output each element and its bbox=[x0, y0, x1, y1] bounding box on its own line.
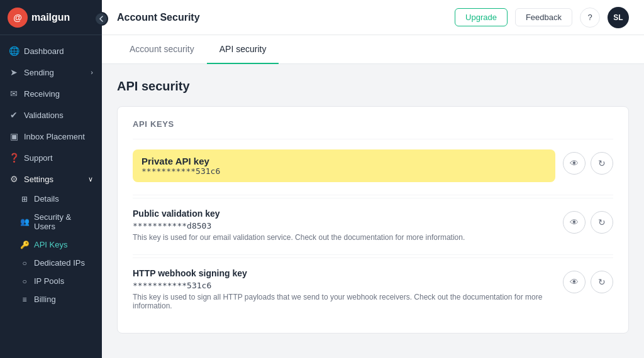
dashboard-icon: 🌐 bbox=[9, 46, 19, 56]
refresh-icon: ↻ bbox=[598, 158, 606, 168]
sending-icon: ➤ bbox=[9, 67, 19, 77]
sidebar-item-settings[interactable]: ⚙ Settings ∨ bbox=[0, 168, 102, 190]
eye-icon-2: 👁 bbox=[570, 217, 579, 227]
avatar[interactable]: SL bbox=[608, 7, 629, 28]
inbox-placement-icon: ▣ bbox=[9, 131, 19, 141]
private-key-value: ***********531c6 bbox=[142, 166, 547, 176]
page-content: API security API keys Private API key **… bbox=[102, 64, 644, 349]
public-key-name: Public validation key bbox=[133, 209, 555, 219]
api-keys-icon: 🔑 bbox=[20, 241, 29, 249]
security-users-icon: 👥 bbox=[20, 217, 29, 226]
api-security-title: API security bbox=[117, 79, 629, 94]
tab-api-security[interactable]: API security bbox=[207, 35, 279, 64]
webhook-key-refresh-button[interactable]: ↻ bbox=[591, 271, 613, 293]
upgrade-button[interactable]: Upgrade bbox=[455, 8, 508, 26]
api-key-public-info: Public validation key ***********d8503 T… bbox=[133, 209, 555, 242]
content-area: API security API keys Private API key **… bbox=[102, 64, 644, 358]
sidebar: @ mailgun 🌐 Dashboard ➤ Sending › ✉ Rece… bbox=[0, 0, 102, 358]
divider-1 bbox=[133, 195, 613, 195]
sidebar-item-ip-pools[interactable]: ○ IP Pools bbox=[0, 272, 102, 290]
public-key-show-button[interactable]: 👁 bbox=[563, 211, 586, 234]
sidebar-item-receiving[interactable]: ✉ Receiving bbox=[0, 83, 102, 104]
private-key-name: Private API key bbox=[142, 156, 547, 166]
header: Account Security Upgrade Feedback ? SL bbox=[102, 0, 644, 35]
sidebar-item-api-keys[interactable]: 🔑 API Keys bbox=[0, 236, 102, 254]
sidebar-item-security-users[interactable]: 👥 Security & Users bbox=[0, 208, 102, 236]
sidebar-item-dashboard[interactable]: 🌐 Dashboard bbox=[0, 40, 102, 62]
details-icon: ⊞ bbox=[20, 195, 29, 203]
billing-icon: ≡ bbox=[20, 295, 29, 304]
sidebar-nav: 🌐 Dashboard ➤ Sending › ✉ Receiving ✔ Va… bbox=[0, 35, 102, 358]
api-key-private-info: Private API key ***********531c6 bbox=[133, 149, 555, 182]
webhook-key-value: ***********531c6 bbox=[133, 281, 555, 290]
sidebar-item-inbox-placement[interactable]: ▣ Inbox Placement bbox=[0, 126, 102, 147]
logo-text: mailgun bbox=[31, 12, 70, 23]
feedback-button[interactable]: Feedback bbox=[515, 8, 572, 26]
api-key-row-webhook: HTTP webhook signing key ***********531c… bbox=[133, 258, 613, 320]
divider-2 bbox=[133, 254, 613, 255]
eye-icon: 👁 bbox=[570, 158, 579, 168]
main-content: Account Security Upgrade Feedback ? SL A… bbox=[102, 0, 644, 358]
logo-icon: @ bbox=[8, 8, 28, 28]
logo[interactable]: @ mailgun bbox=[0, 0, 102, 35]
refresh-icon-3: ↻ bbox=[598, 277, 606, 287]
support-icon: ❓ bbox=[9, 153, 19, 163]
eye-icon-3: 👁 bbox=[570, 277, 579, 287]
sidebar-item-billing[interactable]: ≡ Billing bbox=[0, 290, 102, 308]
receiving-icon: ✉ bbox=[9, 89, 19, 99]
sidebar-item-details[interactable]: ⊞ Details bbox=[0, 190, 102, 208]
webhook-key-actions: 👁 ↻ bbox=[563, 268, 613, 293]
tab-account-security[interactable]: Account security bbox=[117, 35, 207, 64]
private-key-show-button[interactable]: 👁 bbox=[563, 152, 586, 175]
ip-pools-icon: ○ bbox=[20, 277, 29, 286]
validations-icon: ✔ bbox=[9, 110, 19, 120]
tabs-bar: Account security API security bbox=[102, 35, 644, 64]
api-keys-card: API keys Private API key ***********531c… bbox=[117, 106, 629, 334]
page-title: Account Security bbox=[117, 12, 447, 23]
api-key-webhook-info: HTTP webhook signing key ***********531c… bbox=[133, 268, 555, 310]
settings-arrow: ∨ bbox=[88, 175, 93, 183]
public-key-value: ***********d8503 bbox=[133, 221, 555, 231]
refresh-icon-2: ↻ bbox=[598, 217, 606, 227]
sidebar-item-sending[interactable]: ➤ Sending › bbox=[0, 62, 102, 83]
api-key-private-highlight: Private API key ***********531c6 bbox=[133, 149, 555, 182]
sidebar-item-support[interactable]: ❓ Support bbox=[0, 147, 102, 168]
sidebar-collapse-button[interactable] bbox=[94, 12, 108, 26]
api-key-row-private: Private API key ***********531c6 👁 ↻ bbox=[133, 139, 613, 192]
public-key-actions: 👁 ↻ bbox=[563, 209, 613, 234]
webhook-key-show-button[interactable]: 👁 bbox=[563, 271, 586, 293]
webhook-key-name: HTTP webhook signing key bbox=[133, 268, 555, 278]
private-key-refresh-button[interactable]: ↻ bbox=[591, 152, 613, 175]
sending-arrow: › bbox=[91, 68, 93, 76]
api-key-row-public: Public validation key ***********d8503 T… bbox=[133, 198, 613, 252]
settings-icon: ⚙ bbox=[9, 174, 19, 184]
webhook-key-desc: This key is used to sign all HTTP payloa… bbox=[133, 293, 555, 310]
api-keys-section-title: API keys bbox=[133, 119, 613, 129]
sidebar-item-dedicated-ips[interactable]: ○ Dedicated IPs bbox=[0, 254, 102, 272]
public-key-desc: This key is used for our email validatio… bbox=[133, 233, 555, 242]
dedicated-ips-icon: ○ bbox=[20, 259, 29, 268]
public-key-refresh-button[interactable]: ↻ bbox=[591, 211, 613, 234]
sidebar-item-validations[interactable]: ✔ Validations bbox=[0, 104, 102, 126]
private-key-actions: 👁 ↻ bbox=[563, 149, 613, 175]
help-button[interactable]: ? bbox=[580, 8, 600, 28]
